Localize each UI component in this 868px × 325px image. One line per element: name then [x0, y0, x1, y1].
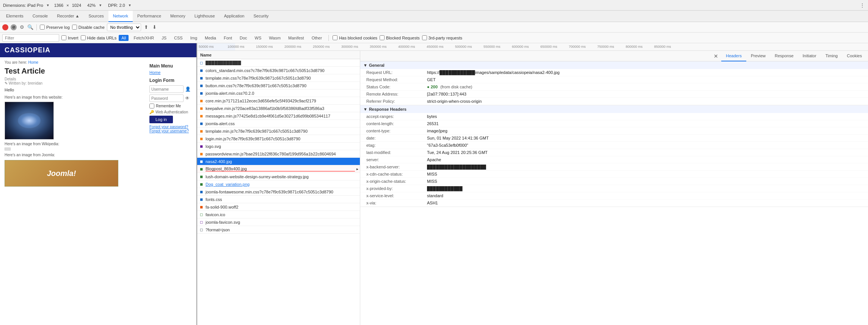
filter-other[interactable]: Other: [309, 35, 325, 41]
clear-button[interactable]: ⊘: [11, 24, 17, 30]
img-icon: ◼: [199, 159, 204, 164]
table-row[interactable]: ◼ lush-domain-website-design-surrey-webs…: [197, 173, 360, 181]
tab-response[interactable]: Response: [770, 51, 798, 61]
tab-application[interactable]: Application: [220, 11, 249, 22]
webauthn-label: Web Authentication: [155, 110, 188, 114]
table-row[interactable]: ◼ fonts.css: [197, 196, 360, 203]
invert-checkbox[interactable]: [61, 35, 66, 40]
tab-headers[interactable]: Headers: [721, 51, 746, 61]
invert-label[interactable]: Invert: [61, 35, 78, 40]
response-headers-title[interactable]: ▼ Response Headers: [360, 105, 868, 113]
filter-icon[interactable]: ⚙: [19, 24, 25, 30]
tab-lighthouse[interactable]: Lighthouse: [190, 11, 220, 22]
filter-media[interactable]: Media: [202, 35, 219, 41]
filter-img[interactable]: Img: [188, 35, 200, 41]
blocked-requests-label[interactable]: Blocked Requests: [380, 35, 420, 40]
tab-console[interactable]: Console: [28, 11, 52, 22]
tab-sources[interactable]: Sources: [84, 11, 108, 22]
wikipedia-image: [5, 148, 11, 151]
tab-network[interactable]: Network: [108, 11, 133, 22]
eye-icon[interactable]: 👁: [185, 96, 190, 101]
table-row[interactable]: ◻ ████████████: [197, 59, 360, 67]
filter-wasm[interactable]: Wasm: [266, 35, 283, 41]
table-row[interactable]: ◼ colors_standard.min.css?c78e7f9c639c98…: [197, 67, 360, 74]
table-row[interactable]: ◼ template.min.css?c78e7f9c639c9871c667c…: [197, 74, 360, 82]
table-row[interactable]: ◼ fa-solid-900.woff2: [197, 203, 360, 211]
table-row[interactable]: ◼ core.min.js?17121a112ecec3d656efe5c5f4…: [197, 97, 360, 105]
table-row[interactable]: ◻ joomla-favicon.svg: [197, 218, 360, 226]
tab-elements[interactable]: Elements: [2, 11, 28, 22]
username-input[interactable]: [149, 85, 184, 93]
chevron-down-icon3[interactable]: ▼: [128, 3, 132, 7]
table-row[interactable]: ◼ passwordview.min.js?bae2911b22f836c780…: [197, 150, 360, 158]
tab-cookies[interactable]: Cookies: [842, 51, 866, 61]
import-icon[interactable]: ⬆: [143, 24, 149, 30]
filter-all[interactable]: All: [119, 35, 129, 41]
disable-cache-checkbox[interactable]: [72, 25, 77, 30]
blocked-cookies-checkbox[interactable]: [333, 35, 337, 40]
table-row[interactable]: ◼ joomla-alert.min.css?0.2.0: [197, 89, 360, 97]
filter-doc[interactable]: Doc: [237, 35, 250, 41]
table-row[interactable]: ◼ Dog_coat_variation.png: [197, 181, 360, 188]
filter-font[interactable]: Font: [221, 35, 235, 41]
tab-recorder[interactable]: Recorder ▲: [52, 11, 84, 22]
disable-cache-label[interactable]: Disable cache: [72, 25, 105, 30]
hide-data-urls-label[interactable]: Hide data URLs: [81, 35, 117, 40]
table-row[interactable]: ◻ favicon.ico: [197, 211, 360, 218]
tab-initiator[interactable]: Initiator: [798, 51, 821, 61]
tab-memory[interactable]: Memory: [166, 11, 190, 22]
export-icon[interactable]: ⬇: [152, 24, 158, 30]
table-row[interactable]: ◼ login.min.js?c78e7f9c639c9871c667c5051…: [197, 135, 360, 143]
row-name: ?format=json: [206, 228, 358, 232]
general-section-title[interactable]: ▼ General: [360, 61, 868, 69]
blocked-requests-checkbox[interactable]: [380, 35, 385, 40]
table-row[interactable]: ◻ ?format=json: [197, 226, 360, 234]
remember-me-checkbox[interactable]: [149, 104, 154, 108]
css-icon: ◼: [199, 121, 204, 126]
filter-fetch-xhr[interactable]: Fetch/XHR: [131, 35, 157, 41]
tab-timing[interactable]: Timing: [821, 51, 843, 61]
breadcrumb-home-link[interactable]: Home: [28, 60, 38, 64]
password-input[interactable]: [149, 94, 184, 102]
blocked-cookies-label[interactable]: Has blocked cookies: [333, 35, 377, 40]
search-icon[interactable]: 🔍: [27, 24, 33, 30]
tab-security[interactable]: Security: [249, 11, 273, 22]
more-options-icon[interactable]: ⋮: [860, 2, 865, 8]
row-name: logo.svg: [206, 144, 358, 149]
chevron-down-icon2[interactable]: ▼: [99, 3, 102, 7]
tab-preview[interactable]: Preview: [746, 51, 770, 61]
hide-data-urls-checkbox[interactable]: [81, 35, 86, 40]
login-button[interactable]: Log in: [149, 116, 173, 123]
preserve-log-label[interactable]: Preserve log: [40, 25, 70, 30]
preserve-log-checkbox[interactable]: [40, 25, 45, 30]
table-row[interactable]: ◼ Blogpost_869x400.jpg ▸: [197, 165, 360, 173]
filter-css[interactable]: CSS: [171, 35, 185, 41]
filter-input[interactable]: [2, 34, 59, 42]
table-row[interactable]: ◼ keepalive.min.js?20ace83a13886af1b0b5f…: [197, 105, 360, 112]
chevron-down-icon[interactable]: ▼: [46, 3, 50, 7]
filter-ws[interactable]: WS: [252, 35, 264, 41]
filter-manifest[interactable]: Manifest: [286, 35, 307, 41]
status-code-key: Status Code:: [366, 85, 427, 89]
third-party-checkbox[interactable]: [422, 35, 427, 40]
forgot-username-link[interactable]: Forgot your username?: [149, 129, 189, 133]
third-party-label[interactable]: 3rd-party requests: [422, 35, 462, 40]
table-row[interactable]: ◼ button.min.css?c78e7f9c639c9871c667c50…: [197, 82, 360, 89]
dpr-label: DPR: 2.0: [108, 3, 125, 8]
detail-content: ▼ General Request URL: https://█████████…: [360, 61, 868, 325]
throttling-select[interactable]: No throttling: [107, 24, 141, 31]
table-row[interactable]: ◼ nasa2-400.jpg: [197, 158, 360, 165]
menu-home-link[interactable]: Home: [149, 70, 189, 75]
filter-js[interactable]: JS: [159, 35, 169, 41]
close-icon[interactable]: ✕: [711, 53, 721, 59]
zoom-level[interactable]: 42%: [87, 3, 96, 8]
table-row[interactable]: ◼ template.min.js?c78e7f9c639c9871c667c5…: [197, 127, 360, 135]
record-button[interactable]: [2, 24, 8, 30]
tab-performance[interactable]: Performance: [133, 11, 166, 22]
table-row[interactable]: ◼ joomla-fontawesome.min.css?c78e7f9c639…: [197, 188, 360, 196]
table-row[interactable]: ◼ logo.svg: [197, 143, 360, 150]
table-row[interactable]: ◼ joomla-alert.css: [197, 120, 360, 127]
device-label[interactable]: Dimensions: iPad Pro: [3, 3, 43, 8]
table-row[interactable]: ◼ messages.min.js?7425e8d1cb9e4f061d5e30…: [197, 112, 360, 120]
forgot-password-link[interactable]: Forgot your password?: [149, 125, 189, 129]
